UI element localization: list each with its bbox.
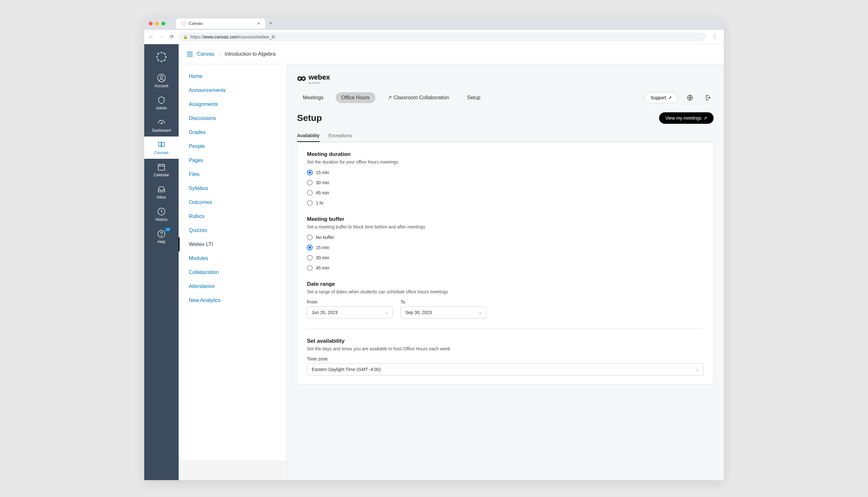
url-field[interactable]: 🔒 https://www.canvas.com/courses/webex_l… — [179, 32, 706, 41]
webex-brand: webex — [308, 73, 330, 81]
radio-label: 15 min — [316, 245, 329, 250]
nav-label: Calendar — [154, 173, 169, 177]
course-nav-item[interactable]: Collaboration — [179, 265, 287, 279]
admin-icon — [157, 96, 166, 105]
nav-admin[interactable]: Admin — [144, 92, 179, 114]
svg-point-16 — [161, 236, 162, 236]
nav-history[interactable]: History — [144, 203, 179, 226]
course-nav: HomeAnnouncementsAssignmentsDiscussionsG… — [179, 64, 287, 480]
radio-option[interactable]: 30 min — [307, 180, 704, 185]
from-date-dropdown[interactable]: Jun 26, 2023 ⌄ — [307, 307, 393, 318]
from-label: From — [307, 299, 393, 304]
browser-menu-icon[interactable]: ⋮ — [710, 34, 720, 40]
svg-point-6 — [157, 53, 159, 54]
menu-icon[interactable] — [187, 52, 193, 56]
external-link-icon: ↗ — [703, 115, 707, 120]
course-nav-item[interactable]: Files — [179, 167, 287, 181]
close-tab-icon[interactable]: × — [257, 21, 260, 26]
radio-icon — [307, 245, 313, 251]
radio-option[interactable]: No buffer — [307, 235, 704, 240]
radio-label: 45 min — [316, 265, 329, 270]
nav-label: Dashboard — [152, 128, 171, 133]
svg-point-0 — [182, 22, 185, 26]
breadcrumb-root[interactable]: Canvas — [197, 51, 214, 57]
course-nav-item[interactable]: New Analytics — [179, 293, 287, 307]
tab-setup[interactable]: Setup — [461, 92, 486, 103]
radio-label: 15 min — [316, 170, 329, 175]
course-nav-item[interactable]: Grades — [179, 125, 287, 139]
radio-option[interactable]: 1 hr — [307, 200, 704, 206]
course-nav-item[interactable]: Attendance — [179, 279, 287, 293]
section-desc: Set a meeting buffer to block time befor… — [307, 224, 704, 229]
svg-point-4 — [156, 56, 157, 58]
course-nav-item[interactable]: Pages — [179, 153, 287, 167]
signout-icon[interactable] — [702, 92, 714, 103]
section-desc: Set the duration for your office hours m… — [307, 159, 704, 165]
radio-option[interactable]: 45 min — [307, 265, 704, 271]
nav-dashboard[interactable]: Dashboard — [144, 114, 179, 137]
section-date-range: Date range Set a range of dates when stu… — [307, 281, 704, 318]
back-button[interactable]: ← — [148, 34, 154, 40]
section-title: Meeting buffer — [307, 216, 704, 223]
forward-button[interactable]: → — [158, 34, 165, 40]
subtab-exceptions[interactable]: Exceptions — [329, 129, 352, 142]
svg-point-5 — [165, 56, 167, 58]
section-meeting-buffer: Meeting buffer Set a meeting buffer to b… — [307, 216, 704, 271]
nav-inbox[interactable]: Inbox — [144, 181, 179, 203]
timezone-dropdown[interactable]: Eastern Daylight Time (GMT -4:00) ⌄ — [307, 364, 704, 375]
tab-meetings[interactable]: Meetings — [297, 92, 329, 103]
main-content: webex by CISCO Meetings Office Hours ↗ C… — [287, 64, 724, 480]
radio-label: 1 hr — [316, 200, 323, 205]
course-nav-item[interactable]: Discussions — [179, 111, 287, 125]
course-nav-item[interactable]: Assignments — [179, 97, 287, 111]
tab-classroom[interactable]: ↗ Classroom Collaboration — [382, 92, 455, 103]
svg-point-8 — [157, 59, 159, 61]
support-button[interactable]: Support ↗ — [645, 92, 678, 103]
svg-point-10 — [157, 74, 165, 82]
canvas-logo-icon[interactable] — [154, 49, 169, 65]
radio-label: 45 min — [316, 190, 329, 195]
new-tab-button[interactable]: + — [265, 17, 276, 29]
divider — [307, 329, 704, 329]
course-nav-item[interactable]: Quizzes — [179, 223, 287, 237]
minimize-window[interactable] — [155, 22, 159, 26]
subtab-availability[interactable]: Availability — [297, 129, 320, 142]
radio-option[interactable]: 15 min — [307, 245, 704, 251]
breadcrumb: Canvas › Introduction to Algebra — [179, 44, 724, 64]
traffic-lights — [144, 17, 170, 30]
course-nav-item[interactable]: Modules — [179, 251, 287, 265]
tab-office-hours[interactable]: Office Hours — [335, 92, 375, 103]
view-meetings-button[interactable]: View my meetings ↗ — [659, 112, 714, 124]
to-date-dropdown[interactable]: Sep 30, 2023 ⌄ — [401, 307, 486, 318]
sub-tabs: Availability Exceptions — [297, 129, 714, 142]
section-desc: Set a range of dates when students can s… — [307, 289, 704, 294]
nav-help[interactable]: 10 Help — [144, 226, 179, 248]
inbox-icon — [157, 185, 166, 194]
tab-bar: Canvas × + — [144, 17, 724, 30]
browser-tab[interactable]: Canvas × — [176, 18, 265, 29]
course-nav-item[interactable]: Home — [179, 69, 287, 83]
nav-account[interactable]: Account — [144, 70, 179, 92]
radio-icon — [307, 265, 313, 271]
svg-point-12 — [161, 123, 162, 124]
page-title: Setup — [297, 113, 322, 123]
radio-option[interactable]: 30 min — [307, 255, 704, 260]
radio-icon — [307, 235, 313, 240]
course-nav-item[interactable]: Announcements — [179, 83, 287, 97]
radio-icon — [307, 180, 313, 185]
course-nav-item[interactable]: Outcomes — [179, 195, 287, 209]
radio-icon — [307, 200, 313, 206]
reload-button[interactable]: ⟳ — [168, 34, 175, 40]
course-nav-item[interactable]: Syllabus — [179, 181, 287, 195]
course-nav-item[interactable]: Rubics — [179, 209, 287, 223]
globe-icon[interactable] — [684, 92, 696, 103]
svg-rect-13 — [158, 165, 165, 170]
course-nav-item[interactable]: Webex LTI — [179, 237, 287, 251]
maximize-window[interactable] — [162, 22, 165, 26]
radio-option[interactable]: 15 min — [307, 170, 704, 175]
nav-calendar[interactable]: Calendar — [144, 159, 179, 181]
nav-courses[interactable]: Courses — [144, 137, 179, 159]
radio-option[interactable]: 45 min — [307, 190, 704, 196]
close-window[interactable] — [149, 22, 152, 26]
course-nav-item[interactable]: People — [179, 139, 287, 153]
